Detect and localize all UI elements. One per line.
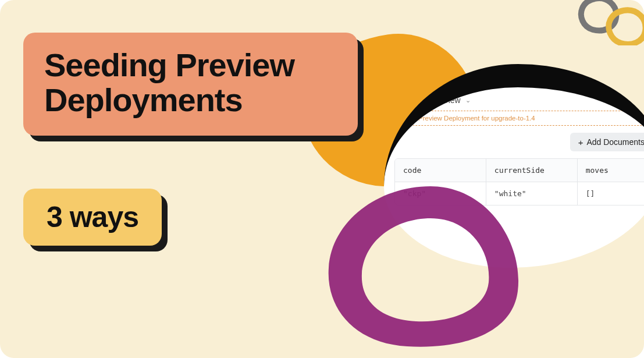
deployment-banner: Preview Deployment for upgrade-to-1.4 bbox=[412, 111, 644, 126]
page-subtitle: 3 ways bbox=[47, 200, 138, 234]
add-documents-button[interactable]: + Add Documents bbox=[570, 133, 644, 151]
panel-breadcrumb: / Preview ⌄ bbox=[394, 95, 644, 105]
cell: [] bbox=[578, 182, 644, 205]
chevron-down-icon: ⌄ bbox=[465, 97, 471, 104]
subtitle-block: 3 ways bbox=[23, 189, 162, 246]
title-block: Seeding Preview Deployments bbox=[23, 33, 358, 136]
col-header: moves bbox=[578, 159, 644, 182]
plus-icon: + bbox=[578, 138, 583, 147]
page-title: Seeding Preview Deployments bbox=[44, 48, 337, 118]
hero-card: / Preview ⌄ Preview Deployment for upgra… bbox=[0, 0, 644, 358]
env-label: Preview bbox=[432, 95, 461, 105]
decorative-corner-rings bbox=[574, 0, 644, 45]
decorative-blob-ring bbox=[314, 175, 535, 355]
add-documents-label: Add Documents bbox=[586, 137, 644, 147]
